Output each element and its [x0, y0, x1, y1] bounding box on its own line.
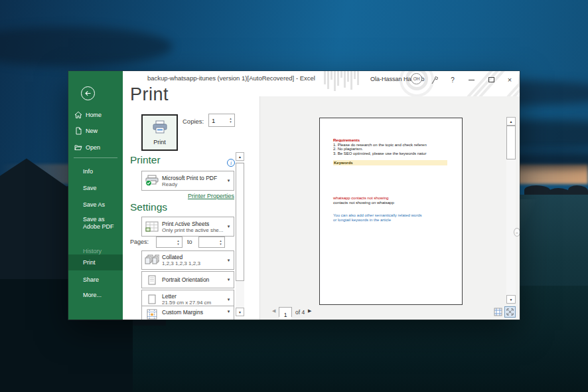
sidebar-item-label: Save As [83, 201, 105, 208]
document-requirements: Requirements 1. Please do research on th… [333, 138, 427, 155]
close-icon[interactable]: × [504, 74, 516, 85]
feedback-flag-icon[interactable] [428, 74, 440, 85]
sidebar-item-print[interactable]: Print [68, 254, 123, 270]
print-button-label: Print [143, 139, 177, 146]
back-arrow-icon [84, 88, 92, 100]
info-icon[interactable]: i [227, 159, 235, 167]
document-line: whatsapp contacts not showing [333, 196, 394, 201]
sidebar-item-new[interactable]: New [68, 125, 123, 137]
document-line: 1. Please do research on the topic and c… [333, 143, 427, 147]
preview-scrollbar[interactable]: ▲ ▼ [506, 117, 516, 304]
pages-from-input[interactable] [157, 237, 175, 247]
sidebar-item-label: Home [86, 112, 102, 118]
preview-scrollbar-thumb[interactable] [506, 126, 516, 159]
pages-from-decrement-icon[interactable]: ▾ [177, 243, 179, 246]
printer-status-icon [142, 175, 162, 187]
sidebar-item-home[interactable]: Home [68, 109, 123, 121]
copies-stepper[interactable]: ▴ ▾ [208, 114, 235, 127]
pages-to-input[interactable] [199, 237, 217, 247]
pages-from-stepper[interactable]: ▴ ▾ [156, 237, 183, 248]
preview-bottom-bar: ◀ of 4 ▶ [260, 305, 520, 320]
scroll-down-icon[interactable]: ▼ [506, 295, 516, 304]
sidebar-item-label: Save [83, 185, 97, 191]
copies-input[interactable] [209, 114, 227, 126]
preview-page: Requirements 1. Please do research on th… [319, 118, 463, 305]
collation-select[interactable]: Collated 1,2,3 1,2,3 1,2,3 ▾ [141, 250, 234, 270]
chevron-down-icon: ▾ [224, 178, 234, 183]
pages-to-stepper[interactable]: ▴ ▾ [198, 237, 225, 248]
sidebar-item-label: History [83, 248, 102, 254]
document-line: You can also add other semantically rela… [333, 213, 422, 218]
document-keywords-heading: Keywords [333, 160, 447, 165]
print-what-subtext: Only print the active she... [162, 227, 224, 233]
pages-label: Pages: [130, 239, 149, 245]
new-document-icon [74, 127, 82, 135]
sidebar-item-more[interactable]: More... [68, 289, 123, 301]
document-line: contacts not showing on whatsapp [333, 201, 394, 205]
help-icon[interactable]: ? [447, 74, 459, 85]
orientation-select[interactable]: Portrait Orientation ▾ [141, 271, 234, 288]
paper-size-icon [142, 294, 162, 304]
settings-scrollbar[interactable]: ▲ ▼ [236, 152, 244, 316]
window-title: backup-whatsapp-itunes (version 1)[AutoR… [147, 74, 315, 82]
copies-label: Copies: [183, 118, 204, 125]
document-issue-block: whatsapp contacts not showing contacts n… [333, 196, 394, 205]
portrait-icon [142, 275, 162, 285]
decorative-bars [324, 71, 359, 91]
minimize-icon[interactable] [465, 74, 477, 85]
margins-select[interactable]: Custom Margins ▾ [141, 306, 234, 320]
scroll-down-icon[interactable]: ▼ [236, 308, 244, 316]
sidebar-item-label: Save as Adobe PDF [83, 216, 114, 230]
scroll-up-icon[interactable]: ▲ [236, 152, 244, 161]
prev-page-icon[interactable]: ◀ [272, 308, 275, 314]
restore-icon[interactable] [485, 74, 497, 85]
page-number-box[interactable] [279, 307, 292, 317]
settings-scrollbar-thumb[interactable] [236, 163, 244, 281]
show-margins-icon[interactable] [493, 307, 503, 317]
margins-value: Custom Margins [162, 309, 224, 316]
scroll-up-icon[interactable]: ▲ [506, 117, 516, 126]
page-number-input[interactable] [279, 311, 291, 320]
preview-resize-grip[interactable]: ‹› [514, 228, 520, 237]
copies-decrement-icon[interactable]: ▾ [230, 120, 232, 124]
sidebar-item-label: Info [83, 168, 93, 175]
print-what-select[interactable]: Print Active Sheets Only print the activ… [141, 217, 234, 237]
sidebar-item-label: Share [83, 276, 99, 283]
margins-icon [142, 309, 162, 320]
sidebar-item-label: New [86, 128, 98, 134]
paper-size-value: Letter [162, 293, 224, 300]
document-requirements-heading: Requirements [333, 138, 427, 143]
chevron-down-icon: ▾ [224, 224, 234, 229]
print-button[interactable]: Print [141, 114, 178, 151]
printer-icon [151, 120, 169, 134]
chevron-down-icon: ▾ [224, 258, 234, 263]
sidebar-item-save[interactable]: Save [68, 182, 123, 194]
page-count-label: of 4 [295, 309, 305, 316]
chevron-down-icon: ▾ [224, 277, 234, 282]
sidebar-item-label: More... [83, 292, 102, 298]
chevron-down-icon: ▾ [224, 309, 234, 314]
print-what-value: Print Active Sheets [162, 221, 224, 227]
sidebar-item-label: Open [86, 144, 100, 151]
sidebar-item-label: Print [83, 259, 96, 266]
document-note-block: You can also add other semantically rela… [333, 213, 422, 223]
back-button[interactable] [81, 86, 95, 100]
active-sheets-icon [142, 221, 162, 232]
home-icon [74, 111, 82, 119]
excel-window: backup-whatsapp-itunes (version 1)[AutoR… [68, 71, 520, 320]
sidebar-item-save-as-adobe-pdf[interactable]: Save as Adobe PDF [68, 215, 119, 232]
zoom-to-page-icon[interactable] [504, 306, 516, 318]
orientation-value: Portrait Orientation [162, 276, 224, 283]
printer-select[interactable]: Microsoft Print to PDF Ready ▾ [141, 171, 234, 191]
sidebar-item-info[interactable]: Info [68, 165, 123, 177]
paper-size-dimensions: 21.59 cm x 27.94 cm [162, 300, 224, 306]
printer-properties-link[interactable]: Printer Properties [141, 193, 234, 199]
pages-to-decrement-icon[interactable]: ▾ [220, 243, 222, 246]
sidebar-item-save-as[interactable]: Save As [68, 199, 123, 211]
next-page-icon[interactable]: ▶ [308, 308, 311, 314]
collated-icon [142, 254, 162, 266]
sidebar-item-open[interactable]: Open [68, 142, 123, 153]
sidebar-item-share[interactable]: Share [68, 274, 123, 286]
chevron-down-icon: ▾ [224, 297, 234, 302]
avatar[interactable]: OH [411, 73, 422, 84]
